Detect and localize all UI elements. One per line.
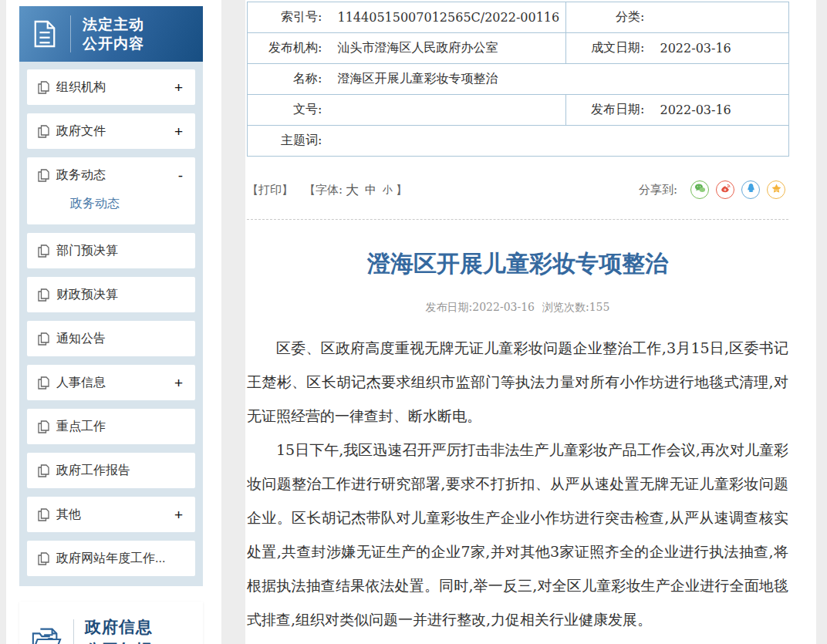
disclosure-panel: 法定主动 公开内容 组织机构 + [19,6,203,586]
sidebar-item-work-report[interactable]: 政府工作报告 [27,453,195,488]
disclosure-title-line1: 法定主动 [83,15,144,34]
sidebar-item-gov-news[interactable]: 政务动态 - 政务动态 [27,157,195,224]
sidebar-item-label: 政务动态 [56,167,178,184]
annual-report-title-line1: 政府信息 [85,615,153,639]
publish-date-value: 2022-03-16 [651,95,789,126]
star-icon [771,183,782,197]
wechat-icon [694,183,706,197]
main-content-column: 索引号: 11440515007012565C/2022-00116 分类: 发… [245,0,816,644]
name-label: 名称: [248,64,329,95]
agency-value: 汕头市澄海区人民政府办公室 [329,33,566,64]
index-label: 索引号: [248,2,329,33]
expand-icon[interactable]: + [174,80,183,95]
article-title: 澄海区开展儿童彩妆专项整治 [247,248,788,280]
print-button[interactable]: 【打印】 [247,183,293,197]
publish-date-meta-value: 2022-03-16 [472,301,535,313]
sidebar-item-label: 政府文件 [56,123,174,140]
document-meta-table: 索引号: 11440515007012565C/2022-00116 分类: 发… [247,2,789,157]
page-icon [38,420,49,433]
sidebar-item-label: 政府网站年度工作... [56,551,183,567]
agency-label: 发布机构: [248,33,329,64]
sidebar-item-label: 其他 [56,507,174,523]
publish-date-meta-label: 发布日期: [426,301,473,313]
sidebar-item-label: 人事信息 [56,375,174,391]
index-value: 11440515007012565C/2022-00116 [329,2,566,33]
sidebar-item-label: 重点工作 [56,419,183,435]
sidebar-item-label: 组织机构 [56,79,174,96]
sidebar-item-dept-budget[interactable]: 部门预决算 [27,233,195,268]
sidebar-column: 法定主动 公开内容 组织机构 + [6,0,221,644]
folder-document-icon [19,623,73,644]
article-toolbar: 【打印】 【字体: 大 中 小 】 分享到: [247,180,788,200]
collapse-icon[interactable]: - [178,168,183,183]
table-row: 主题词: [248,126,789,157]
expand-icon[interactable]: + [174,124,183,139]
annual-report-title-line2: 公开年报 [85,639,153,644]
page-icon [38,376,49,389]
sidebar-item-others[interactable]: 其他 + [27,497,195,532]
font-size-prefix: 【字体: [304,183,343,197]
share-qq-button[interactable] [741,180,760,199]
article-paragraph: 区委、区政府高度重视无牌无证儿童彩妆问题企业整治工作,3月15日,区委书记王楚彬… [247,331,788,433]
font-size-large-button[interactable]: 大 [346,181,359,199]
weibo-icon [720,183,731,197]
expand-icon[interactable]: + [174,376,183,390]
views-value: 155 [589,301,610,313]
keywords-label: 主题词: [248,126,329,157]
page-icon [38,508,49,521]
share-qzone-button[interactable] [767,180,785,199]
sidebar-item-notices[interactable]: 通知公告 [27,321,195,356]
expand-icon[interactable]: + [174,507,183,522]
table-row: 文号: 发布日期: 2022-03-16 [248,95,789,126]
category-value [651,2,789,33]
table-row: 发布机构: 汕头市澄海区人民政府办公室 成文日期: 2022-03-16 [248,33,789,64]
page-icon [38,125,49,138]
sidebar: 法定主动 公开内容 组织机构 + [19,6,203,644]
sidebar-item-label: 通知公告 [56,331,183,347]
sidebar-menu: 组织机构 + 政府文件 + [19,62,203,585]
font-size-medium-button[interactable]: 中 [365,183,376,197]
disclosure-title-line2: 公开内容 [83,34,144,53]
font-size-suffix: 】 [396,183,407,197]
doc-no-label: 文号: [248,95,329,126]
annual-report-title: 政府信息 公开年报 [74,615,153,644]
doc-no-value [329,95,566,126]
article-body: 区委、区政府高度重视无牌无证儿童彩妆问题企业整治工作,3月15日,区委书记王楚彬… [247,331,788,636]
written-date-label: 成文日期: [566,33,651,64]
page-icon [38,288,49,302]
views-label: 浏览次数: [542,301,589,313]
written-date-value: 2022-03-16 [651,33,789,64]
document-icon [19,20,70,48]
keywords-value [329,126,789,157]
dashed-divider [247,219,788,220]
category-label: 分类: [566,2,651,33]
sidebar-subitem-gov-news[interactable]: 政务动态 [70,197,120,210]
font-size-small-button[interactable]: 小 [383,183,393,197]
page-icon [38,244,49,258]
page-icon [38,332,49,346]
sidebar-item-finance-budget[interactable]: 财政预决算 [27,277,195,312]
annual-report-panel[interactable]: 政府信息 公开年报 [19,602,203,644]
main-content: 索引号: 11440515007012565C/2022-00116 分类: 发… [247,2,788,636]
article-meta: 发布日期:2022-03-16浏览次数:155 [247,301,788,315]
sidebar-item-label: 政府工作报告 [56,463,183,479]
sidebar-item-label: 财政预决算 [56,287,183,303]
disclosure-panel-header: 法定主动 公开内容 [19,6,203,62]
page-icon [38,552,49,565]
sidebar-item-key-work[interactable]: 重点工作 [27,409,195,444]
share-wechat-button[interactable] [690,180,709,199]
page-icon [38,81,49,94]
share-label: 分享到: [639,183,677,197]
sidebar-item-organization[interactable]: 组织机构 + [27,69,195,105]
sidebar-item-gov-documents[interactable]: 政府文件 + [27,113,195,149]
page-icon [38,464,49,477]
share-weibo-button[interactable] [716,180,734,199]
name-value: 澄海区开展儿童彩妆专项整治 [329,64,789,95]
table-row: 名称: 澄海区开展儿童彩妆专项整治 [248,64,789,95]
article-paragraph: 15日下午,我区迅速召开严厉打击非法生产儿童彩妆产品工作会议,再次对儿童彩妆问题… [247,433,788,636]
page-icon [38,169,49,182]
sidebar-item-website-annual-report[interactable]: 政府网站年度工作... [27,541,195,576]
sidebar-item-personnel[interactable]: 人事信息 + [27,365,195,400]
qq-icon [746,183,756,197]
sidebar-item-label: 部门预决算 [56,243,183,259]
